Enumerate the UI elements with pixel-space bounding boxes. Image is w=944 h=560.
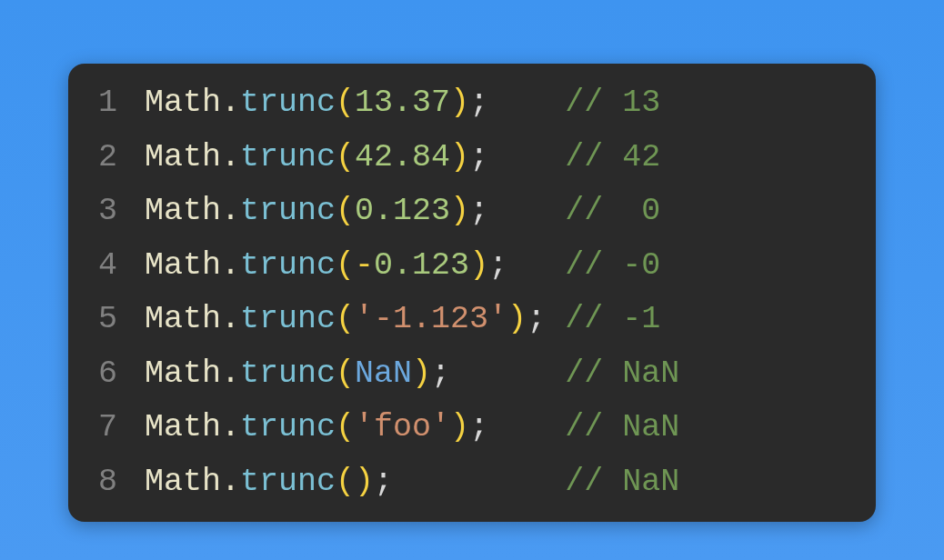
token-fn: trunc [240, 409, 336, 445]
token-fn: trunc [240, 85, 336, 121]
token-semi: ; [488, 247, 507, 284]
token-paren: ) [450, 409, 469, 445]
token-dot: . [221, 85, 240, 121]
line-number: 4 [79, 239, 117, 294]
token-obj: Math [145, 355, 221, 392]
token-dot: . [221, 355, 240, 392]
code-line[interactable]: 1Math.trunc(13.37); // 13 [79, 76, 856, 131]
token-str: '-1.123' [355, 301, 507, 337]
token-comment: // NaN [565, 464, 679, 500]
token-const: NaN [355, 355, 412, 392]
token-paren: ) [469, 247, 488, 284]
token-paren: ( [336, 301, 355, 337]
token-paren: ) [450, 85, 469, 121]
token-num: 0.123 [374, 247, 469, 284]
code-line[interactable]: 5Math.trunc('-1.123'); // -1 [79, 293, 856, 347]
token-paren: ) [412, 355, 431, 392]
token-fn: trunc [240, 139, 336, 175]
token-dot: . [221, 301, 240, 337]
token-semi [546, 301, 565, 337]
token-paren: ( [336, 247, 355, 284]
token-dot: . [221, 409, 240, 445]
code-content[interactable]: Math.trunc(42.84); // 42 [145, 131, 660, 185]
token-semi: ; [469, 193, 488, 229]
token-semi: ; [469, 85, 488, 121]
token-paren: ) [450, 193, 469, 229]
line-number: 1 [79, 76, 117, 131]
token-dot: . [221, 193, 240, 229]
code-content[interactable]: Math.trunc('foo'); // NaN [145, 401, 679, 455]
token-paren: ( [336, 139, 355, 175]
token-semi [488, 193, 565, 229]
token-fn: trunc [240, 247, 336, 284]
token-semi: ; [469, 409, 488, 445]
token-paren: ) [355, 464, 374, 500]
token-num: 0.123 [355, 193, 450, 229]
token-obj: Math [145, 247, 221, 284]
token-str: 'foo' [355, 409, 450, 445]
token-comment: // 13 [565, 85, 660, 121]
code-content[interactable]: Math.trunc(0.123); // 0 [145, 185, 660, 239]
token-semi: ; [527, 301, 546, 337]
token-obj: Math [145, 409, 221, 445]
line-number: 8 [79, 455, 117, 510]
line-number: 5 [79, 293, 117, 347]
code-panel: 1Math.trunc(13.37); // 132Math.trunc(42.… [68, 64, 876, 522]
token-fn: trunc [240, 355, 336, 392]
token-paren: ) [507, 301, 527, 337]
token-semi [450, 355, 565, 392]
code-content[interactable]: Math.trunc(13.37); // 13 [145, 76, 660, 131]
token-comment: // NaN [565, 355, 679, 392]
token-semi [488, 85, 565, 121]
token-dot: . [221, 464, 240, 500]
token-num: 13.37 [355, 85, 450, 121]
token-paren: ) [450, 139, 469, 175]
token-semi: ; [431, 355, 450, 392]
token-comment: // -1 [565, 301, 660, 337]
token-semi [507, 247, 565, 284]
token-fn: trunc [240, 301, 336, 337]
token-obj: Math [145, 464, 221, 500]
token-paren: ( [336, 355, 355, 392]
code-line[interactable]: 4Math.trunc(-0.123); // -0 [79, 239, 856, 294]
token-semi [393, 464, 565, 500]
token-semi: ; [374, 464, 393, 500]
line-number: 7 [79, 401, 117, 455]
token-comment: // 0 [565, 193, 660, 229]
code-line[interactable]: 2Math.trunc(42.84); // 42 [79, 131, 856, 185]
token-obj: Math [145, 85, 221, 121]
code-line[interactable]: 6Math.trunc(NaN); // NaN [79, 347, 856, 402]
token-comment: // 42 [565, 139, 660, 175]
token-obj: Math [145, 193, 221, 229]
token-paren: ( [336, 85, 355, 121]
token-obj: Math [145, 301, 221, 337]
line-number: 3 [79, 185, 117, 239]
token-comment: // -0 [565, 247, 660, 284]
token-paren: ( [336, 409, 355, 445]
token-fn: trunc [240, 464, 336, 500]
code-line[interactable]: 7Math.trunc('foo'); // NaN [79, 401, 856, 455]
token-obj: Math [145, 139, 221, 175]
token-paren: ( [336, 193, 355, 229]
code-line[interactable]: 3Math.trunc(0.123); // 0 [79, 185, 856, 239]
code-content[interactable]: Math.trunc(NaN); // NaN [145, 347, 679, 402]
token-op: - [355, 247, 374, 284]
token-num: 42.84 [355, 139, 450, 175]
code-content[interactable]: Math.trunc(); // NaN [145, 455, 679, 510]
code-content[interactable]: Math.trunc('-1.123'); // -1 [145, 293, 660, 347]
token-semi [488, 139, 565, 175]
token-paren: ( [336, 464, 355, 500]
line-number: 6 [79, 347, 117, 402]
line-number: 2 [79, 131, 117, 185]
token-fn: trunc [240, 193, 336, 229]
code-content[interactable]: Math.trunc(-0.123); // -0 [145, 239, 660, 294]
token-dot: . [221, 139, 240, 175]
code-line[interactable]: 8Math.trunc(); // NaN [79, 455, 856, 510]
token-semi: ; [469, 139, 488, 175]
token-semi [488, 409, 565, 445]
token-comment: // NaN [565, 409, 679, 445]
token-dot: . [221, 247, 240, 284]
